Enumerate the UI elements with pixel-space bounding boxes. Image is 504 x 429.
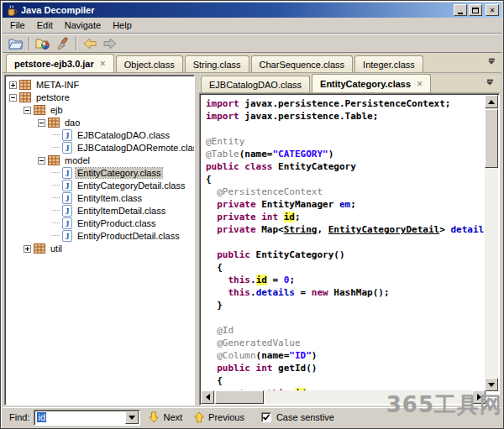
menu-help[interactable]: Help <box>107 18 138 33</box>
expand-icon[interactable] <box>24 244 31 252</box>
scroll-right-icon[interactable] <box>472 390 486 404</box>
code-segment: private <box>217 199 255 210</box>
vertical-scroll-thumb[interactable] <box>485 109 498 168</box>
code-link[interactable]: String <box>284 224 318 235</box>
find-next-button[interactable]: Next <box>149 411 186 423</box>
tab-EJBCatalogDAO.class[interactable]: EJBCatalogDAO.class <box>201 76 310 92</box>
collapse-icon[interactable] <box>38 156 45 164</box>
find-previous-button[interactable]: Previous <box>194 411 248 423</box>
tree-item-EntityProduct.class[interactable]: JEntityProduct.class <box>5 217 194 229</box>
case-sensitive-checkbox[interactable] <box>261 412 271 422</box>
minimize-button[interactable] <box>454 4 467 16</box>
code-segment: em <box>339 199 350 210</box>
code-line: this.details = new HashMap(); <box>206 286 486 299</box>
tree-connector <box>52 203 60 211</box>
forward-icon[interactable] <box>100 35 120 52</box>
code-line: { <box>206 261 486 274</box>
tree-item-EntityCategory.class[interactable]: JEntityCategory.class <box>5 166 194 179</box>
tree-item-EJBCatalogDAORemote.class[interactable]: JEJBCatalogDAORemote.class <box>5 141 194 154</box>
tree-item-dao[interactable]: dao <box>5 116 194 128</box>
code-content[interactable]: import javax.persistence.PersistenceCont… <box>200 96 486 391</box>
arrow-down-icon <box>149 411 159 423</box>
code-segment: = <box>295 287 312 298</box>
menu-navigate[interactable]: Navigate <box>59 18 107 33</box>
scroll-up-icon[interactable] <box>485 95 498 108</box>
code-segment: javax.persistence.PersistenceContext; <box>239 98 451 109</box>
tab-label: EJBCatalogDAO.class <box>209 80 302 90</box>
code-view[interactable]: import javax.persistence.PersistenceCont… <box>199 93 500 405</box>
tab-EntityCategory.class[interactable]: EntityCategory.class× <box>312 74 431 92</box>
close-button[interactable]: ✕ <box>486 4 499 16</box>
toolbar <box>3 35 501 53</box>
menu-bar: FileEditNavigateHelp <box>3 18 501 34</box>
svg-text:J: J <box>66 143 70 152</box>
tree-item-util[interactable]: util <box>5 242 194 254</box>
tree-item-label: petstore <box>34 92 71 102</box>
collapse-icon[interactable] <box>24 106 31 113</box>
class-icon: J <box>62 192 72 204</box>
tree-item-model[interactable]: model <box>5 154 194 166</box>
tree-item-EntityItem.class[interactable]: JEntityItem.class <box>5 191 194 204</box>
collapse-icon[interactable] <box>38 118 45 126</box>
tree-item-EJBCatalogDAO.class[interactable]: JEJBCatalogDAO.class <box>5 128 194 141</box>
content-area: META-INFpetstoreejbdaoJEJBCatalogDAO.cla… <box>3 73 501 407</box>
vertical-scrollbar[interactable] <box>485 95 498 391</box>
code-segment: @PersistenceContext <box>206 186 323 197</box>
code-segment: @Entity <box>206 136 244 147</box>
code-line: public class EntityCategory <box>206 160 486 173</box>
find-value: id <box>37 412 46 422</box>
collapse-icon[interactable] <box>9 93 17 101</box>
package-icon <box>34 105 45 115</box>
tab-close-icon[interactable]: × <box>100 59 106 69</box>
maximize-button[interactable] <box>469 4 482 16</box>
find-input[interactable]: id <box>34 410 140 426</box>
tab-String.class[interactable]: String.class <box>185 55 249 72</box>
tree-item-label: EntityItem.class <box>76 193 144 203</box>
tab-petstore-ejb3.0.jar[interactable]: petstore-ejb3.0.jar× <box>6 54 114 72</box>
svg-text:J: J <box>66 218 70 228</box>
code-segment <box>206 212 217 222</box>
code-line: @GeneratedValue <box>206 337 486 349</box>
scroll-left-icon[interactable] <box>201 390 214 404</box>
back-icon[interactable] <box>80 35 100 52</box>
code-segment: ; <box>350 199 356 210</box>
horizontal-scrollbar[interactable] <box>201 390 486 404</box>
code-segment: . <box>250 287 256 298</box>
code-line: private int id; <box>206 211 486 223</box>
toolbar-separator <box>29 37 30 50</box>
tree-item-petstore[interactable]: petstore <box>5 91 194 103</box>
tree-item-META-INF[interactable]: META-INF <box>5 78 194 91</box>
horizontal-scroll-thumb[interactable] <box>215 390 264 404</box>
tree-item-label: EntityProduct.class <box>76 218 158 228</box>
tab-CharSequence.class[interactable]: CharSequence.class <box>251 55 354 72</box>
tree-item-ejb[interactable]: ejb <box>5 103 194 116</box>
code-segment: ; <box>289 275 295 285</box>
tab-close-icon[interactable]: × <box>417 79 423 89</box>
tab-list-dropdown-icon[interactable] <box>485 79 495 86</box>
scroll-down-icon[interactable] <box>485 378 498 391</box>
open-file-icon[interactable] <box>6 35 26 52</box>
code-line: { <box>206 173 486 186</box>
find-dropdown-icon[interactable] <box>125 411 139 424</box>
search-icon[interactable] <box>53 35 73 52</box>
code-line: private EntityManager em; <box>206 198 486 211</box>
search-highlight: id <box>284 212 295 222</box>
tree-item-EntityCategoryDetail.class[interactable]: JEntityCategoryDetail.class <box>5 179 194 191</box>
package-tree[interactable]: META-INFpetstoreejbdaoJEJBCatalogDAO.cla… <box>4 75 195 405</box>
code-segment: @Id <box>206 325 234 336</box>
code-segment: import <box>206 111 239 122</box>
tree-item-EntityItemDetail.class[interactable]: JEntityItemDetail.class <box>5 204 194 217</box>
tree-item-EntityProductDetail.class[interactable]: JEntityProductDetail.class <box>5 229 194 242</box>
expand-icon[interactable] <box>9 81 17 88</box>
tab-Object.class[interactable]: Object.class <box>116 55 183 72</box>
tab-list-dropdown-icon[interactable] <box>486 58 496 65</box>
open-type-icon[interactable] <box>33 35 53 52</box>
menu-edit[interactable]: Edit <box>31 18 59 33</box>
menu-file[interactable]: File <box>4 18 31 33</box>
tree-item-label: META-INF <box>34 80 81 90</box>
code-segment: Map< <box>256 224 284 235</box>
code-segment: (name= <box>256 350 290 361</box>
tab-Integer.class[interactable]: Integer.class <box>354 55 423 72</box>
code-link[interactable]: EntityCategoryDetail <box>328 224 439 235</box>
code-line: @PersistenceContext <box>206 186 486 198</box>
